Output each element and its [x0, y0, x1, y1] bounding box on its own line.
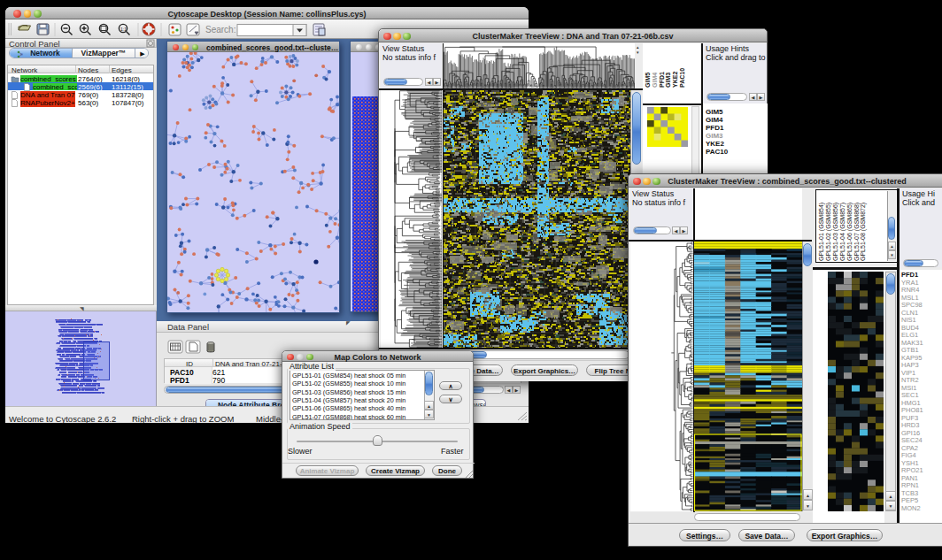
svg-text:Search:: Search: [205, 25, 236, 35]
svg-text:1:1: 1:1 [120, 27, 127, 32]
